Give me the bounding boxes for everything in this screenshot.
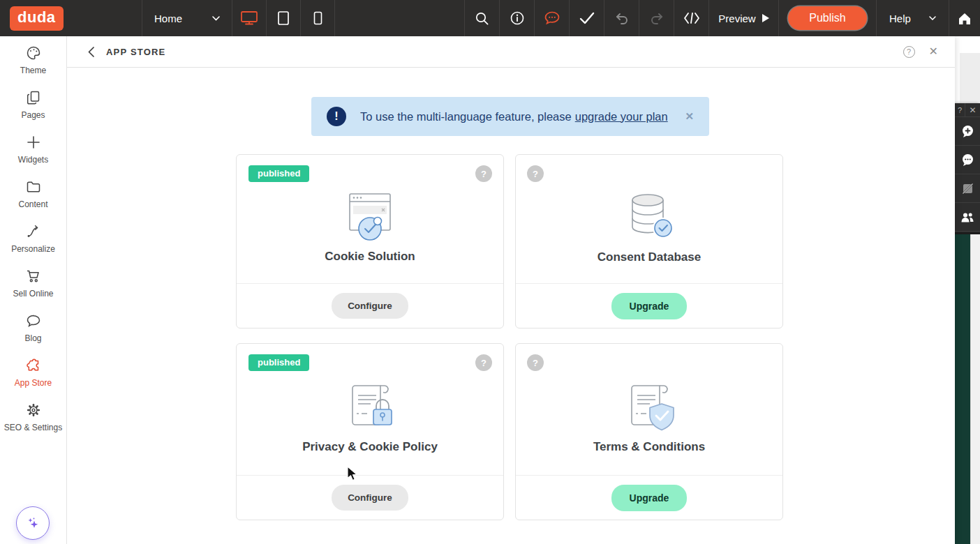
sidebar-label: Pages [21,110,45,120]
mobile-view-button[interactable] [301,0,335,36]
feedback-chat-button[interactable] [534,0,569,36]
app-card-terms-conditions: ? Terms & Conditions Upgrade [515,343,783,520]
right-edge-strip: ? ✕ [955,36,980,544]
card-footer: Upgrade [516,475,782,520]
page-selector-dropdown[interactable]: Home [142,0,232,36]
sidebar-item-seo-settings[interactable]: SEO & Settings [0,393,66,438]
sidebar-item-blog[interactable]: Blog [0,304,66,349]
top-bar: duda Home [0,0,980,36]
sparkles-icon [24,514,42,532]
palette-icon [25,45,42,61]
card-title: Consent Database [597,250,701,264]
undo-icon [614,11,630,25]
comments-button[interactable] [955,146,980,174]
cart-icon [25,268,42,285]
upgrade-plan-link[interactable]: upgrade your plan [575,110,668,123]
sidebar-label: SEO & Settings [4,423,62,432]
app-card-consent-database: ? Consent Database Upgrade [515,154,783,328]
banner-close-icon[interactable]: ✕ [685,110,694,123]
browser-cookie-icon [339,190,401,244]
mini-close-button[interactable]: ✕ [965,103,980,116]
alert-icon: ! [327,107,346,126]
chevron-down-icon [929,16,936,20]
app-store-header: APP STORE ? ✕ [67,36,955,68]
configure-button[interactable]: Configure [332,485,408,511]
site-info-button[interactable] [499,0,534,36]
sidebar-item-sell-online[interactable]: Sell Online [0,259,66,304]
sidebar-item-app-store[interactable]: App Store [0,349,66,393]
panel-close-icon[interactable]: ✕ [929,46,938,57]
ai-assistant-button[interactable] [16,506,50,540]
panel-help-icon[interactable]: ? [903,46,915,58]
document-shield-icon [618,380,681,435]
background-panel-edge [955,36,980,103]
redo-icon [649,11,665,25]
banner-message: To use the multi-language feature, pleas… [360,110,572,123]
tablet-view-button[interactable] [267,0,301,36]
preview-button[interactable]: Preview [708,0,778,36]
code-icon [683,12,700,24]
card-title: Terms & Conditions [593,440,705,454]
card-footer: Configure [237,475,503,520]
upgrade-button[interactable]: Upgrade [611,485,688,511]
home-icon [958,12,972,25]
dashboard-home-button[interactable] [949,0,980,36]
card-title: Privacy & Cookie Policy [302,440,438,454]
duda-logo[interactable]: duda [10,6,64,31]
route-icon [25,223,42,240]
users-icon [960,211,974,223]
collaborators-button[interactable] [955,203,980,232]
dev-mode-button[interactable] [674,0,708,36]
folder-icon [25,179,42,195]
site-preview-background [955,234,970,544]
topbar-spacer [335,0,464,36]
speech-bubble-icon [25,312,42,329]
card-body: Terms & Conditions [516,344,782,475]
card-body: Cookie Solution [237,155,503,283]
publish-button[interactable]: Publish [788,6,866,30]
sidebar-item-personalize[interactable]: Personalize [0,215,66,259]
hide-comments-icon [961,182,974,195]
banner-text: To use the multi-language feature, pleas… [360,110,668,123]
card-body: Consent Database [516,155,782,283]
app-store-panel: APP STORE ? ✕ ! To use the multi-languag… [67,36,955,544]
sidebar-item-pages[interactable]: Pages [0,81,66,126]
hide-comments-button[interactable] [955,174,980,203]
sidebar-item-content[interactable]: Content [0,170,66,215]
pages-icon [25,89,42,106]
logo-container: duda [0,0,142,36]
plus-icon [25,134,42,151]
preview-label: Preview [718,13,755,24]
sidebar-item-theme[interactable]: Theme [0,36,66,81]
help-dropdown[interactable]: Help [876,0,949,36]
configure-button[interactable]: Configure [332,293,408,319]
search-button[interactable] [464,0,499,36]
mobile-icon [313,11,322,25]
panel-title: APP STORE [106,47,165,57]
sidebar-label: Theme [20,66,46,75]
card-footer: Configure [237,283,503,328]
undo-button[interactable] [604,0,639,36]
add-comment-icon [961,125,974,138]
sidebar-label: Personalize [11,244,55,254]
upgrade-button[interactable]: Upgrade [611,293,688,319]
add-comment-button[interactable] [955,117,980,146]
help-label: Help [889,13,911,24]
app-card-cookie-solution: published ? Cookie Solution Configure [236,154,504,328]
back-chevron-icon[interactable] [88,47,94,57]
sidebar-item-widgets[interactable]: Widgets [0,126,66,170]
site-preview-edge [955,232,980,544]
sidebar-label: Content [18,199,47,209]
document-lock-icon [339,380,401,435]
desktop-view-button[interactable] [232,0,267,36]
redo-button[interactable] [639,0,674,36]
sidebar-label: Widgets [18,155,48,165]
info-icon [510,10,525,26]
upgrade-banner: ! To use the multi-language feature, ple… [311,97,709,136]
save-check-button[interactable] [569,0,604,36]
sidebar-label: Blog [24,333,41,343]
scrollbar-track[interactable] [970,234,980,544]
card-title: Cookie Solution [325,250,415,264]
mini-help-button[interactable]: ? [955,103,965,116]
desktop-icon [240,10,258,26]
